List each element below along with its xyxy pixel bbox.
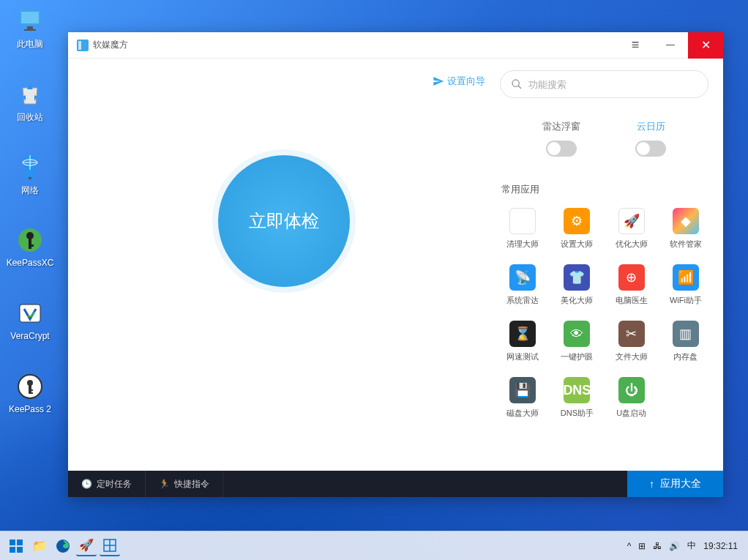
app-item-8[interactable]: ⌛网速测试 xyxy=(500,321,545,362)
grid-icon xyxy=(103,539,116,552)
desktop-icon-keepass[interactable]: KeePass 2 xyxy=(3,372,57,414)
quick-command-button[interactable]: 🏃 快捷指令 xyxy=(146,471,223,497)
setup-wizard-link[interactable]: 设置向导 xyxy=(433,75,485,88)
svg-rect-11 xyxy=(29,244,34,247)
svg-rect-16 xyxy=(29,389,33,391)
scheduled-tasks-button[interactable]: 🕒 定时任务 xyxy=(68,471,146,497)
ime-indicator[interactable]: 中 xyxy=(687,540,696,552)
run-icon: 🏃 xyxy=(159,479,170,489)
desktop-icon-keepassxc[interactable]: KeePassXC xyxy=(3,225,57,268)
app-item-6[interactable]: ⊕电脑医生 xyxy=(609,264,654,306)
arrow-up-icon: ↑ xyxy=(649,478,654,490)
explorer-taskbar-icon[interactable]: 📁 xyxy=(29,536,50,556)
app-item-9[interactable]: 👁一键护眼 xyxy=(554,321,599,362)
app-item-14[interactable]: ⏻U盘启动 xyxy=(609,377,654,419)
app-item-10[interactable]: ✂文件大师 xyxy=(609,321,654,362)
calendar-toggle-item: 云日历 xyxy=(635,120,666,157)
radar-toggle[interactable] xyxy=(546,141,577,157)
desktop-icon-label: 回收站 xyxy=(3,111,57,124)
app-icon: 📶 xyxy=(673,264,699,291)
footer-bar: 🕒 定时任务 🏃 快捷指令 ↑ 应用大全 xyxy=(68,471,723,497)
close-button[interactable]: ✕ xyxy=(688,32,723,59)
tray-volume-icon[interactable]: 🔊 xyxy=(669,541,680,551)
svg-rect-20 xyxy=(10,540,15,545)
app-icon: 🚀 xyxy=(618,208,645,234)
main-panel: 设置向导 立即体检 xyxy=(68,59,500,471)
svg-rect-21 xyxy=(17,540,23,545)
wizard-link-label: 设置向导 xyxy=(447,75,485,88)
radar-toggle-item: 雷达浮窗 xyxy=(542,120,580,157)
desktop-icon-label: KeePass 2 xyxy=(3,404,57,414)
app-window: 软媒魔方 ≡ ✕ 设置向导 立即体检 雷达浮窗 xyxy=(68,32,723,497)
app-item-2[interactable]: 🚀优化大师 xyxy=(609,208,654,250)
desktop-icon-label: KeePassXC xyxy=(3,258,57,268)
titlebar: 软媒魔方 ≡ ✕ xyxy=(68,32,723,59)
svg-line-19 xyxy=(518,86,521,89)
calendar-toggle[interactable] xyxy=(635,141,666,157)
side-panel: 雷达浮窗 云日历 常用应用 🖌清理大师⚙设置大师🚀优化大师◆软件管家📡系统雷达👕… xyxy=(500,59,723,471)
desktop-icon-network[interactable]: 网络 xyxy=(3,152,57,197)
radar-toggle-label: 雷达浮窗 xyxy=(542,120,580,133)
minimize-button[interactable] xyxy=(653,32,688,59)
network-icon xyxy=(15,152,45,182)
app-icon: DNS xyxy=(564,377,590,403)
svg-rect-17 xyxy=(29,392,33,394)
svg-rect-22 xyxy=(10,547,15,553)
taskbar-clock[interactable]: 19:32:11 xyxy=(703,541,738,551)
all-apps-label: 应用大全 xyxy=(660,477,701,490)
quick-command-label: 快捷指令 xyxy=(174,478,209,490)
app-item-13[interactable]: DNSDNS助手 xyxy=(554,377,599,419)
app-icon: ◆ xyxy=(673,208,699,234)
search-icon xyxy=(511,78,523,90)
app-item-label: 内存盘 xyxy=(663,351,708,362)
ruanmei-taskbar-icon[interactable]: 🚀 xyxy=(76,536,97,556)
app-item-label: U盘启动 xyxy=(609,408,654,419)
app-item-label: 软件管家 xyxy=(663,239,708,250)
keepassxc-icon xyxy=(15,225,45,255)
app-title: 软媒魔方 xyxy=(93,39,128,51)
taskbar: 📁 🚀 ^ ⊞ 🖧 🔊 中 19:32:11 xyxy=(0,531,748,560)
app-icon: 📡 xyxy=(509,264,536,291)
app-grid: 🖌清理大师⚙设置大师🚀优化大师◆软件管家📡系统雷达👕美化大师⊕电脑医生📶WiFi… xyxy=(500,208,708,419)
desktop-icon-label: 此电脑 xyxy=(3,38,57,51)
desktop-icon-veracrypt[interactable]: VeraCrypt xyxy=(3,299,57,341)
app-item-1[interactable]: ⚙设置大师 xyxy=(554,208,599,250)
search-box[interactable] xyxy=(500,70,708,98)
app-item-label: 电脑医生 xyxy=(609,295,654,306)
menu-button[interactable]: ≡ xyxy=(618,32,653,59)
desktop-icon-label: 网络 xyxy=(3,184,57,197)
system-tray: ^ ⊞ 🖧 🔊 中 19:32:11 xyxy=(627,540,744,552)
svg-rect-6 xyxy=(26,171,34,177)
app-item-label: 文件大师 xyxy=(609,351,654,362)
app-item-12[interactable]: 💾磁盘大师 xyxy=(500,377,545,419)
app-icon: 🖌 xyxy=(509,208,536,234)
app-item-label: 美化大师 xyxy=(554,295,599,306)
all-apps-button[interactable]: ↑ 应用大全 xyxy=(627,471,723,497)
pc-icon xyxy=(15,6,45,35)
app-taskbar-icon[interactable] xyxy=(100,536,120,556)
app-item-11[interactable]: ▥内存盘 xyxy=(663,321,708,362)
svg-rect-7 xyxy=(29,177,31,179)
app-icon: ▥ xyxy=(673,321,699,347)
app-item-3[interactable]: ◆软件管家 xyxy=(663,208,708,250)
tray-network-icon[interactable]: 🖧 xyxy=(653,541,662,551)
app-item-label: 网速测试 xyxy=(500,351,545,362)
app-icon: 👕 xyxy=(564,264,590,291)
scan-button-label: 立即体检 xyxy=(249,209,319,233)
app-item-4[interactable]: 📡系统雷达 xyxy=(500,264,545,306)
desktop-icon-pc[interactable]: 此电脑 xyxy=(3,6,57,51)
app-icon: ⏻ xyxy=(618,377,645,403)
rocket-icon: 🚀 xyxy=(79,538,94,552)
tray-grid-icon[interactable]: ⊞ xyxy=(638,541,646,551)
search-input[interactable] xyxy=(528,79,697,90)
start-button[interactable] xyxy=(6,536,26,556)
calendar-toggle-label: 云日历 xyxy=(635,120,666,133)
app-item-7[interactable]: 📶WiFi助手 xyxy=(663,264,708,306)
app-item-0[interactable]: 🖌清理大师 xyxy=(500,208,545,250)
app-item-5[interactable]: 👕美化大师 xyxy=(554,264,599,306)
tray-chevron-icon[interactable]: ^ xyxy=(627,541,632,551)
common-apps-title: 常用应用 xyxy=(501,183,708,196)
desktop-icon-recycle[interactable]: 回收站 xyxy=(3,79,57,124)
edge-taskbar-icon[interactable] xyxy=(53,536,73,556)
scan-button[interactable]: 立即体检 xyxy=(218,155,350,287)
